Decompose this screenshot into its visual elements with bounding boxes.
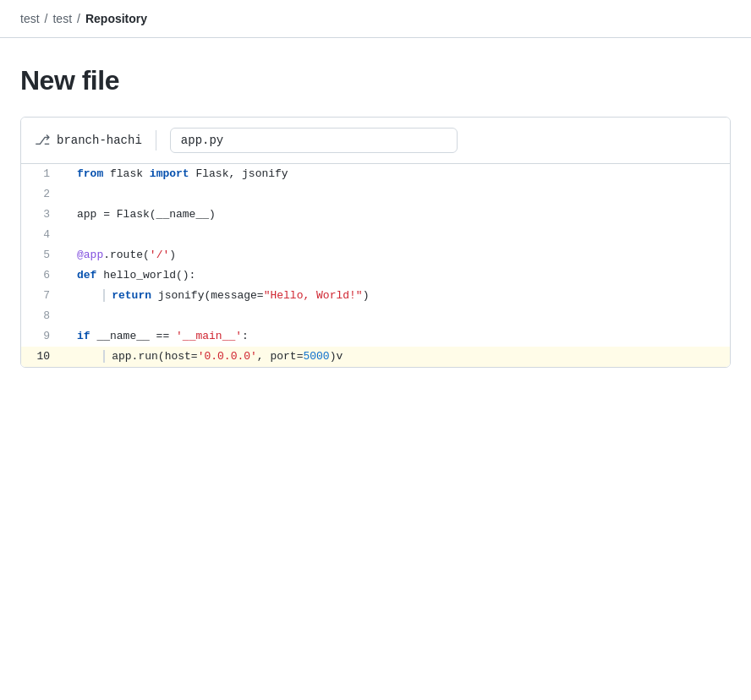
code-table: 1 from flask import Flask, jsonify 2 3 a… [21,164,730,367]
line-code[interactable]: app.run(host='0.0.0.0', port=5000)v [63,347,730,367]
line-number: 2 [21,184,63,205]
line-number: 1 [21,164,63,184]
breadcrumb: test / test / Repository [0,0,751,38]
line-number: 9 [21,326,63,347]
code-line-3: 3 app = Flask(__name__) [21,205,730,225]
line-code[interactable] [63,184,730,205]
line-code[interactable]: if __name__ == '__main__': [63,326,730,347]
code-line-2: 2 [21,184,730,205]
breadcrumb-link-test2[interactable]: test [52,12,72,25]
breadcrumb-separator-1: / [45,12,48,25]
page-title: New file [20,65,731,96]
editor-header: ⎇ branch-hachi [21,118,730,164]
branch-info: ⎇ branch-hachi [35,132,142,149]
code-line-7: 7 return jsonify(message="Hello, World!"… [21,286,730,306]
breadcrumb-separator-2: / [77,12,80,25]
code-editor[interactable]: 1 from flask import Flask, jsonify 2 3 a… [21,164,730,367]
line-code[interactable]: return jsonify(message="Hello, World!") [63,286,730,306]
code-line-5: 5 @app.route('/') [21,245,730,265]
line-code[interactable] [63,225,730,245]
line-number: 6 [21,265,63,286]
line-number: 8 [21,306,63,326]
line-number: 4 [21,225,63,245]
line-code[interactable]: @app.route('/') [63,245,730,265]
breadcrumb-current: Repository [85,12,147,25]
code-line-9: 9 if __name__ == '__main__': [21,326,730,347]
line-code[interactable] [63,306,730,326]
line-number: 10 [21,347,63,367]
branch-name: branch-hachi [57,134,142,147]
divider [156,130,156,150]
code-line-1: 1 from flask import Flask, jsonify [21,164,730,184]
filename-input[interactable] [170,128,458,153]
line-number: 7 [21,286,63,306]
line-code[interactable]: def hello_world(): [63,265,730,286]
line-number: 3 [21,205,63,225]
code-line-8: 8 [21,306,730,326]
editor-container: ⎇ branch-hachi 1 from flask import Flask… [20,117,731,368]
branch-icon: ⎇ [35,132,50,149]
line-code[interactable]: from flask import Flask, jsonify [63,164,730,184]
line-number: 5 [21,245,63,265]
code-line-4: 4 [21,225,730,245]
code-line-10: 10 app.run(host='0.0.0.0', port=5000)v [21,347,730,367]
code-line-6: 6 def hello_world(): [21,265,730,286]
breadcrumb-link-test1[interactable]: test [20,12,40,25]
line-code[interactable]: app = Flask(__name__) [63,205,730,225]
